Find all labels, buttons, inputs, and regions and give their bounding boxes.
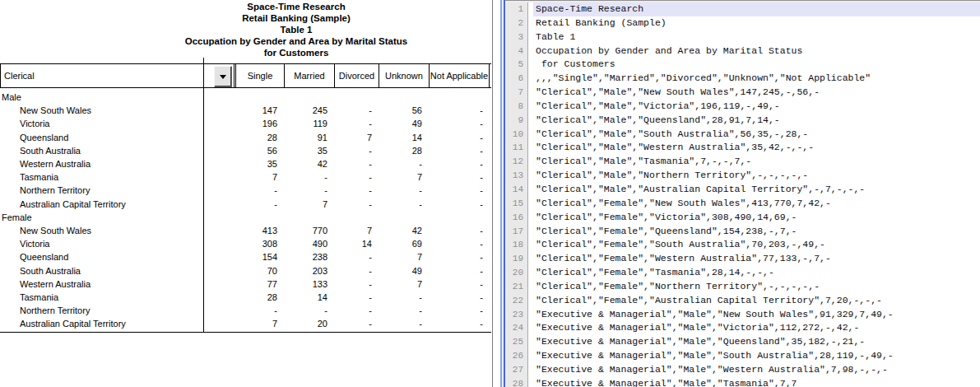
row-label: Queensland [20,131,68,144]
cell-value: - [379,317,422,330]
code-line[interactable]: Retail Banking (Sample) [528,16,980,30]
row-label: New South Wales [20,224,91,237]
table-title-line: for Customers [49,47,543,58]
cell-value: 69 [379,237,422,250]
cell-value: 20 [284,317,327,330]
csv-editor[interactable]: 1234567891011121314151617181920212223242… [500,0,980,387]
row-label: Northern Territory [20,304,90,317]
code-line[interactable]: "Clerical","Female","Northern Territory"… [528,280,980,294]
code-line[interactable]: "Executive & Managerial","Male","New Sou… [528,308,980,322]
table-title-line: Retail Banking (Sample) [49,12,543,24]
line-number: 8 [505,100,527,114]
occupation-dropdown[interactable]: Clerical [0,63,235,88]
code-line[interactable]: "Clerical","Male","Northern Territory",-… [528,169,980,183]
cell-value: 28 [235,131,277,144]
line-number: 21 [505,280,527,294]
code-line[interactable]: "Clerical","Male","New South Wales",147,… [528,86,980,100]
cell-value: - [235,304,277,317]
code-line[interactable]: "Executive & Managerial","Male","Tasmani… [528,377,980,387]
code-line[interactable]: Table 1 [528,30,980,44]
column-header: Divorced [334,64,379,87]
cell-value: 308 [235,237,277,250]
line-number: 1 [505,2,527,16]
code-line[interactable]: "Clerical","Male","Australian Capital Te… [528,183,980,197]
cell-value: - [429,224,483,237]
column-header: Single [235,64,284,87]
line-number-gutter: 1234567891011121314151617181920212223242… [505,2,528,387]
cell-value: 196 [235,117,277,130]
code-line[interactable]: "Executive & Managerial","Male","South A… [528,349,980,363]
code-line[interactable]: "Clerical","Male","Western Australia",35… [528,141,980,155]
code-line[interactable]: Occupation by Gender and Area by Marital… [528,44,980,58]
cell-value: 42 [284,157,327,170]
line-number: 18 [505,238,527,252]
cell-value: 238 [284,250,327,263]
table-row: South Australia5635-28- [0,144,491,157]
cell-value: - [429,144,483,157]
code-line[interactable]: "Clerical","Male","Queensland",28,91,7,1… [528,114,980,128]
occupation-dropdown-button[interactable] [214,66,232,87]
row-label: South Australia [20,264,81,277]
cell-value: 7 [235,170,277,184]
code-line[interactable]: "Clerical","Male","South Australia",56,3… [528,128,980,142]
cell-value: - [379,291,422,304]
code-line[interactable]: Space-Time Research [528,2,980,16]
table-row: Tasmania2814--- [0,291,491,304]
cell-value: - [429,277,483,291]
cell-value: - [284,184,327,197]
line-number: 14 [505,183,527,197]
row-label: South Australia [20,144,81,157]
line-number: 3 [505,30,527,44]
code-line[interactable]: "Executive & Managerial","Male","Western… [528,363,980,377]
code-line[interactable]: "Clerical","Female","Tasmania",28,14,-,-… [528,266,980,280]
cell-value: - [334,291,372,304]
cell-value: 91 [284,131,327,144]
code-line[interactable]: "Clerical","Female","Queensland",154,238… [528,225,980,239]
cell-value: 7 [379,170,422,184]
code-line[interactable]: "Clerical","Male","Tasmania",7,-,-,7,- [528,155,980,169]
code-area[interactable]: Space-Time ResearchRetail Banking (Sampl… [528,2,980,387]
panel-divider [492,0,493,387]
code-line[interactable]: ,,,"Single","Married","Divorced","Unknow… [528,72,980,86]
line-number: 23 [505,308,527,322]
row-label: Victoria [20,117,49,130]
cell-value: 14 [284,291,327,304]
cell-value: 7 [235,317,277,330]
cell-value: - [334,184,372,197]
line-number: 15 [505,197,527,211]
row-label: Queensland [20,250,68,263]
code-line[interactable]: "Clerical","Male","Victoria",196,119,-,4… [528,100,980,114]
line-number: 16 [505,211,527,225]
code-line[interactable]: for Customers [528,58,980,72]
table-row: Northern Territory----- [0,304,491,317]
row-label: Tasmania [20,291,58,304]
cell-value: - [429,131,483,144]
cell-value: - [334,198,372,211]
table-row: Western Australia77133-7- [0,277,491,291]
cell-value: - [429,264,483,277]
cell-value: - [379,157,422,170]
line-number: 20 [505,266,527,280]
code-line[interactable]: "Clerical","Female","Australian Capital … [528,294,980,308]
code-line[interactable]: "Clerical","Female","New South Wales",41… [528,197,980,211]
cell-value: 413 [235,224,277,237]
cell-value: 28 [235,291,277,304]
table-row: Northern Territory----- [0,184,491,197]
code-line[interactable]: "Executive & Managerial","Male","Victori… [528,321,980,335]
line-number: 6 [505,72,527,86]
table-title-line: Occupation by Gender and Area by Marital… [49,35,543,47]
table-title-line: Space-Time Research [49,1,543,12]
cell-value: - [334,277,372,291]
code-line[interactable]: "Clerical","Female","South Australia",70… [528,238,980,252]
cell-value: - [334,144,372,157]
code-line[interactable]: "Executive & Managerial","Male","Queensl… [528,335,980,349]
line-number: 26 [505,349,527,363]
line-number: 5 [505,58,527,72]
code-line[interactable]: "Clerical","Female","Victoria",308,490,1… [528,211,980,225]
table-bottom-border [0,332,491,333]
code-line[interactable]: "Clerical","Female","Western Australia",… [528,252,980,266]
cell-value: 245 [284,104,327,117]
cell-value: - [334,104,372,117]
cell-value: - [235,198,277,211]
table-row: New South Wales147245-56- [0,104,491,117]
